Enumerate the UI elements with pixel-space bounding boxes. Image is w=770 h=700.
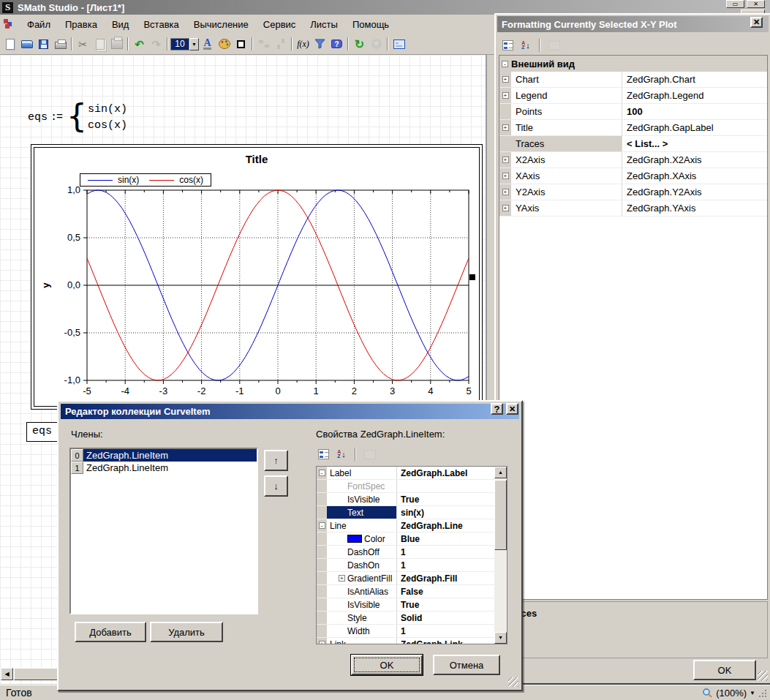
property-value[interactable] [397, 480, 494, 492]
recalculate-button[interactable]: ↻ [351, 36, 368, 52]
property-value[interactable]: 100 [622, 104, 767, 119]
property-row[interactable]: Text sin(x) [317, 506, 494, 519]
font-color-button[interactable]: A [199, 36, 216, 52]
expand-icon[interactable]: + [502, 189, 509, 195]
property-name[interactable]: Points [511, 104, 622, 119]
property-value[interactable]: < List... > [622, 136, 767, 151]
menu-sheets[interactable]: Листы [303, 17, 345, 32]
add-button[interactable]: Добавить [75, 622, 146, 642]
property-value[interactable]: ZedGraph.Chart [622, 72, 767, 87]
new-button[interactable] [1, 36, 18, 52]
property-row[interactable]: Width 1 [317, 625, 494, 638]
reference-button[interactable]: ? [328, 36, 345, 52]
property-name[interactable]: Color [327, 532, 397, 545]
zoom-dropdown-icon[interactable]: ▼ [750, 690, 755, 696]
property-name[interactable]: YAxis [511, 200, 622, 216]
property-name[interactable]: IsAntiAlias [327, 585, 397, 598]
expand-icon[interactable]: + [319, 641, 325, 644]
alphabetical-sort-button[interactable]: AZ↓ [333, 446, 350, 462]
expand-icon[interactable]: + [502, 92, 509, 99]
dialog-close-icon[interactable]: ✕ [506, 403, 518, 415]
window-resize-grip[interactable] [758, 689, 767, 698]
expand-icon[interactable]: + [502, 157, 509, 163]
member-name[interactable]: ZedGraph.LineItem [83, 462, 257, 474]
property-row[interactable]: + XAxis ZedGraph.XAxis [499, 168, 767, 184]
open-button[interactable] [18, 36, 35, 52]
categorized-view-button[interactable] [316, 446, 331, 462]
property-value[interactable]: Blue [397, 532, 494, 545]
insert-function-button[interactable]: f(x) [295, 36, 312, 52]
grid-vscrollbar[interactable]: ▲ ▼ [494, 467, 507, 644]
expand-icon[interactable]: - [319, 522, 325, 529]
font-size-select[interactable]: 10 [170, 38, 189, 50]
property-value[interactable]: 1 [397, 625, 494, 637]
menu-view[interactable]: Вид [105, 17, 137, 32]
panel-resize-grip[interactable] [758, 671, 768, 681]
property-name[interactable]: +Link [327, 638, 397, 644]
scroll-down-icon[interactable]: ▼ [494, 632, 507, 644]
show-properties-button[interactable] [390, 36, 407, 52]
property-name[interactable]: FontSpec [327, 480, 397, 492]
menu-edit[interactable]: Правка [58, 17, 105, 32]
member-name[interactable]: ZedGraph.LineItem [83, 449, 257, 462]
property-name[interactable]: IsVisible [327, 598, 397, 611]
menu-calculation[interactable]: Вычисление [186, 17, 256, 32]
property-value[interactable]: ZedGraph.Fill [397, 572, 494, 584]
property-row[interactable]: DashOff 1 [317, 546, 494, 559]
property-row[interactable]: - -Label ZedGraph.Label [317, 467, 494, 480]
property-value[interactable]: ZedGraph.GapLabel [622, 120, 767, 135]
property-row[interactable]: + +Link ZedGraph.Link [317, 638, 494, 644]
property-row[interactable]: + Chart ZedGraph.Chart [499, 72, 767, 88]
property-value[interactable]: ZedGraph.XAxis [622, 168, 767, 184]
member-row[interactable]: 1 ZedGraph.LineItem [71, 462, 257, 474]
undo-button[interactable]: ↶ [131, 36, 148, 52]
property-name[interactable]: Width [327, 625, 397, 637]
property-name[interactable]: Traces [511, 136, 622, 151]
property-name[interactable]: Style [327, 611, 397, 624]
menu-help[interactable]: Помощь [345, 17, 396, 32]
equation-eqs[interactable]: eqs := { sin(x) cos(x) [28, 97, 127, 138]
cancel-button[interactable]: Отмена [433, 655, 500, 675]
vscroll-thumb[interactable] [494, 480, 507, 550]
save-button[interactable] [35, 36, 52, 52]
expand-icon[interactable]: + [502, 173, 509, 179]
dialog-resize-grip[interactable] [508, 677, 518, 687]
property-value[interactable]: ZedGraph.YAxis [622, 200, 767, 216]
expand-icon[interactable]: - [319, 470, 325, 476]
property-row[interactable]: IsAntiAlias False [317, 585, 494, 598]
property-row[interactable]: + +GradientFill ZedGraph.Fill [317, 572, 494, 585]
scroll-up-icon[interactable]: ▲ [494, 467, 507, 478]
collapse-icon[interactable]: - [502, 61, 508, 67]
close-button[interactable]: ✕ [747, 0, 765, 8]
menu-file[interactable]: Файл [20, 17, 58, 32]
menu-insert[interactable]: Вставка [136, 17, 186, 32]
property-row[interactable]: FontSpec [317, 480, 494, 493]
member-row[interactable]: 0 ZedGraph.LineItem [71, 449, 257, 462]
expand-icon[interactable]: + [502, 205, 509, 211]
xy-plot[interactable]: Title sin(x)cos(x) -5-4-3-2-10123451,00,… [31, 144, 483, 410]
property-value[interactable]: ZedGraph.Label [397, 467, 494, 479]
property-name[interactable]: IsVisible [327, 493, 397, 505]
categorized-view-button[interactable] [500, 37, 515, 53]
property-row[interactable]: Traces < List... > [499, 136, 767, 152]
print-button[interactable] [52, 36, 69, 52]
property-value[interactable]: ZedGraph.Y2Axis [622, 184, 767, 200]
panel-titlebar[interactable]: Formatting Currently Selected X-Y Plot [497, 16, 769, 32]
property-value[interactable]: ZedGraph.Link [397, 638, 494, 644]
property-row[interactable]: + X2Axis ZedGraph.X2Axis [499, 152, 767, 168]
property-value[interactable]: True [397, 493, 494, 505]
property-row[interactable]: Color Blue [317, 532, 494, 546]
property-row[interactable]: DashOn 1 [317, 559, 494, 572]
property-row[interactable]: - -Line ZedGraph.Line [317, 519, 494, 532]
menu-tools[interactable]: Сервис [256, 17, 303, 32]
property-value[interactable]: ZedGraph.Legend [622, 88, 767, 103]
property-value[interactable]: 1 [397, 559, 494, 571]
font-size-dropdown-icon[interactable]: ▼ [189, 38, 199, 50]
property-value[interactable]: True [397, 598, 494, 611]
property-name[interactable]: DashOn [327, 559, 397, 571]
property-name[interactable]: Y2Axis [511, 184, 622, 200]
dialog-titlebar[interactable]: Редактор коллекции CurveItem [61, 404, 519, 419]
remove-button[interactable]: Удалить [150, 622, 223, 642]
property-name[interactable]: +GradientFill [327, 572, 397, 584]
property-name[interactable]: DashOff [327, 546, 397, 558]
